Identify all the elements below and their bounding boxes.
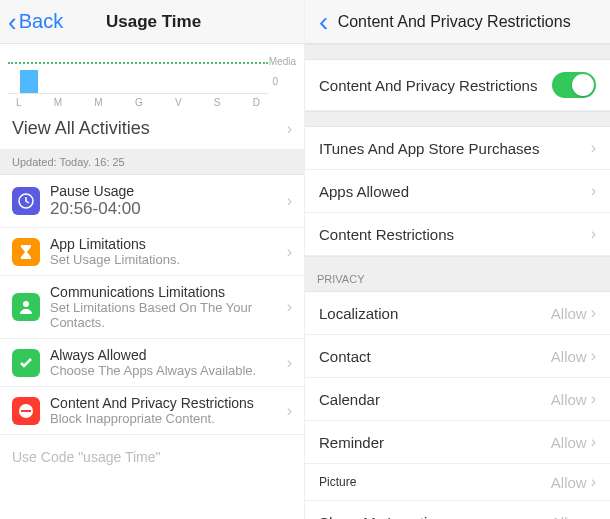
row-value: Allow bbox=[551, 514, 587, 520]
apps-allowed-row[interactable]: Apps Allowed › bbox=[305, 170, 610, 213]
row-label: ITunes And App Store Purchases bbox=[319, 140, 591, 157]
content-restrictions-row[interactable]: Content Restrictions › bbox=[305, 213, 610, 256]
footer-note: Use Code "usage Time" bbox=[0, 435, 304, 479]
cell-sub: Set Usage Limitations. bbox=[50, 252, 287, 267]
privacy-calendar-row[interactable]: Calendar Allow › bbox=[305, 378, 610, 421]
back-label: Back bbox=[19, 10, 63, 33]
chart-zero-label: 0 bbox=[272, 76, 278, 87]
chart-bar bbox=[20, 70, 38, 94]
chart-day: S bbox=[214, 97, 221, 108]
privacy-share-location-row[interactable]: Share My Location Allow › bbox=[305, 501, 610, 519]
svg-point-1 bbox=[23, 301, 29, 307]
row-label: Picture bbox=[319, 475, 551, 489]
row-value: Allow bbox=[551, 474, 587, 491]
row-label: Reminder bbox=[319, 434, 551, 451]
content-privacy-row[interactable]: Content And Privacy Restrictions Block I… bbox=[0, 387, 304, 435]
chart-axis bbox=[8, 93, 268, 94]
row-label: Contact bbox=[319, 348, 551, 365]
chart-day: M bbox=[54, 97, 62, 108]
section-gap bbox=[305, 44, 610, 60]
chevron-right-icon: › bbox=[287, 120, 292, 138]
chevron-right-icon: › bbox=[591, 347, 596, 365]
cell-title: Content And Privacy Restrictions bbox=[50, 395, 287, 411]
row-value: Allow bbox=[551, 434, 587, 451]
row-value: Allow bbox=[551, 305, 587, 322]
usage-time-panel: ‹ Back Usage Time Media 0 L M M G V S D … bbox=[0, 0, 305, 519]
chart-reference-line bbox=[8, 62, 268, 64]
row-label: Share My Location bbox=[319, 514, 551, 520]
cell-title: Always Allowed bbox=[50, 347, 287, 363]
chart-day: M bbox=[94, 97, 102, 108]
privacy-contact-row[interactable]: Contact Allow › bbox=[305, 335, 610, 378]
chevron-right-icon: › bbox=[591, 304, 596, 322]
cell-sub: Set Limitations Based On The Your Contac… bbox=[50, 300, 287, 330]
chevron-right-icon: › bbox=[591, 513, 596, 519]
chevron-right-icon: › bbox=[591, 390, 596, 408]
chevron-right-icon: › bbox=[287, 354, 292, 372]
cell-title: App Limitations bbox=[50, 236, 287, 252]
pause-usage-row[interactable]: Pause Usage 20:56-04:00 › bbox=[0, 175, 304, 228]
privacy-localization-row[interactable]: Localization Allow › bbox=[305, 292, 610, 335]
svg-rect-3 bbox=[21, 410, 31, 412]
chevron-right-icon: › bbox=[287, 402, 292, 420]
chevron-right-icon: › bbox=[287, 243, 292, 261]
header-left: ‹ Back Usage Time bbox=[0, 0, 304, 44]
chevron-right-icon: › bbox=[591, 139, 596, 157]
chart-media-label: Media bbox=[269, 56, 296, 67]
hourglass-icon bbox=[12, 238, 40, 266]
updated-label: Updated: Today. 16: 25 bbox=[0, 150, 304, 175]
privacy-reminder-row[interactable]: Reminder Allow › bbox=[305, 421, 610, 464]
always-allowed-row[interactable]: Always Allowed Choose The Apps Always Av… bbox=[0, 339, 304, 387]
toggle-label: Content And Privacy Restrictions bbox=[319, 77, 552, 94]
communications-limitations-row[interactable]: Communications Limitations Set Limitatio… bbox=[0, 276, 304, 339]
page-title-left: Usage Time bbox=[63, 12, 244, 32]
chart-day-labels: L M M G V S D bbox=[16, 97, 260, 108]
usage-chart: Media 0 L M M G V S D bbox=[8, 48, 296, 108]
privacy-picture-row[interactable]: Picture Allow › bbox=[305, 464, 610, 501]
content-privacy-panel: ‹ Content And Privacy Restrictions Conte… bbox=[305, 0, 610, 519]
app-limitations-row[interactable]: App Limitations Set Usage Limitations. › bbox=[0, 228, 304, 276]
back-button[interactable]: ‹ Back bbox=[8, 9, 63, 35]
cell-sub: 20:56-04:00 bbox=[50, 199, 287, 219]
row-label: Calendar bbox=[319, 391, 551, 408]
chevron-right-icon: › bbox=[287, 298, 292, 316]
chart-day: D bbox=[253, 97, 260, 108]
row-label: Localization bbox=[319, 305, 551, 322]
page-title-right: Content And Privacy Restrictions bbox=[334, 13, 574, 31]
cell-sub: Block Inappropriate Content. bbox=[50, 411, 287, 426]
row-label: Content Restrictions bbox=[319, 226, 591, 243]
privacy-header: PRIVACY bbox=[305, 256, 610, 292]
restrictions-toggle-row[interactable]: Content And Privacy Restrictions bbox=[305, 60, 610, 111]
chevron-right-icon: › bbox=[591, 225, 596, 243]
cell-title: Communications Limitations bbox=[50, 284, 287, 300]
back-button-right[interactable]: ‹ bbox=[313, 8, 334, 36]
chevron-right-icon: › bbox=[591, 433, 596, 451]
header-right: ‹ Content And Privacy Restrictions bbox=[305, 0, 610, 44]
people-icon bbox=[12, 293, 40, 321]
row-value: Allow bbox=[551, 391, 587, 408]
cell-sub: Choose The Apps Always Available. bbox=[50, 363, 287, 378]
view-all-activities-row[interactable]: View All Activities › bbox=[0, 108, 304, 150]
cell-title: Pause Usage bbox=[50, 183, 287, 199]
chevron-right-icon: › bbox=[287, 192, 292, 210]
checkmark-icon bbox=[12, 349, 40, 377]
clock-icon bbox=[12, 187, 40, 215]
chevron-left-icon: ‹ bbox=[8, 9, 17, 35]
itunes-purchases-row[interactable]: ITunes And App Store Purchases › bbox=[305, 127, 610, 170]
restrictions-toggle[interactable] bbox=[552, 72, 596, 98]
chevron-right-icon: › bbox=[591, 182, 596, 200]
chevron-right-icon: › bbox=[591, 473, 596, 491]
chart-day: V bbox=[175, 97, 182, 108]
chart-day: G bbox=[135, 97, 143, 108]
view-all-label: View All Activities bbox=[12, 118, 150, 139]
row-value: Allow bbox=[551, 348, 587, 365]
row-label: Apps Allowed bbox=[319, 183, 591, 200]
section-gap bbox=[305, 111, 610, 127]
chart-day: L bbox=[16, 97, 22, 108]
no-entry-icon bbox=[12, 397, 40, 425]
